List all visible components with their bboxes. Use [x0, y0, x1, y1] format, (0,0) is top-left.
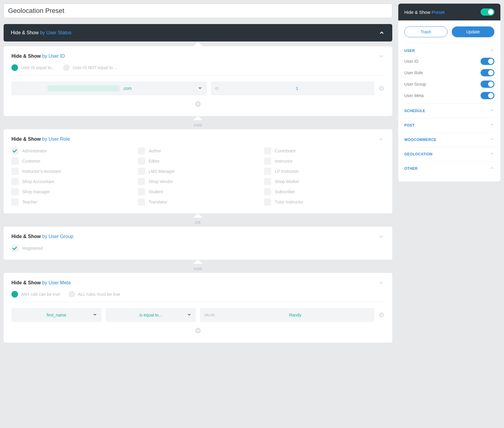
checkbox-role[interactable]: Contributor — [264, 147, 384, 154]
chevron-down-icon[interactable] — [378, 53, 384, 60]
checkbox-box — [11, 245, 19, 252]
checkbox-registered[interactable]: Registered — [11, 245, 384, 252]
chevron-down-icon[interactable] — [378, 280, 384, 286]
chevron-up-icon — [490, 122, 494, 128]
checkbox-box — [264, 157, 271, 165]
sidebar-item-label: User Role — [404, 70, 423, 75]
checkbox-role[interactable]: Instructor — [264, 157, 384, 165]
meta-op-select[interactable]: is equal to... — [106, 308, 196, 322]
chevron-down-icon — [93, 312, 97, 318]
section-geolocation-header[interactable]: GEOLOCATION — [404, 151, 494, 157]
checkbox-label: LMS Manager — [149, 169, 175, 174]
radio-label: ALL rules must be true — [78, 292, 120, 297]
notch-decor — [193, 42, 203, 46]
checkbox-label: Tutor Instructor — [275, 200, 303, 204]
preset-enabled-toggle[interactable] — [481, 8, 494, 16]
add-row-icon[interactable] — [195, 327, 201, 334]
checkbox-role[interactable]: Shop Vendor — [138, 178, 258, 185]
sidebar-user-item: User Meta — [404, 92, 494, 99]
checkbox-role[interactable]: Teacher — [11, 198, 132, 206]
user-status-accordion[interactable]: Hide & Show by User Status — [4, 24, 392, 41]
checkbox-role[interactable]: Instructor's Assistant — [11, 168, 132, 175]
user-meta-card: Hide & Show by User Meta ANY rule can be… — [4, 273, 392, 343]
card-sub: by User ID — [42, 54, 65, 59]
checkbox-role[interactable]: LMS Manager — [138, 168, 258, 175]
sidebar-head-sub: Preset — [432, 10, 445, 15]
checkbox-label: Contributor — [275, 148, 296, 153]
sidebar-panel: Hide & Show Preset Trash Update USER — [398, 4, 500, 182]
section-post-header[interactable]: POST — [404, 122, 494, 128]
checkbox-label: Customer — [22, 159, 41, 164]
accordion-prefix: Hide & Show — [11, 30, 39, 35]
chevron-down-icon — [490, 48, 494, 54]
checkbox-role[interactable]: Student — [138, 188, 258, 195]
checkbox-label: LP Instructor — [275, 169, 299, 174]
meta-key-select[interactable]: first_name — [11, 308, 102, 322]
checkbox-role[interactable]: Tutor Instructor — [264, 198, 384, 206]
radio-all-rules[interactable]: ALL rules must be true — [68, 291, 120, 298]
checkbox-label: Teacher — [22, 200, 37, 204]
radio-label: User IS NOT equal to... — [73, 65, 116, 70]
checkbox-box — [11, 178, 19, 185]
user-select[interactable]: .com — [11, 81, 207, 95]
checkbox-role[interactable]: Translator — [138, 198, 258, 206]
update-button[interactable]: Update — [452, 26, 494, 37]
radio-user-is-equal[interactable]: User IS equal to... — [11, 64, 55, 71]
chevron-down-icon[interactable] — [378, 233, 384, 240]
preset-title-input[interactable] — [4, 4, 392, 18]
checkbox-role[interactable]: Shop manager — [11, 188, 132, 195]
checkbox-label: Student — [149, 189, 163, 194]
checkbox-box — [138, 157, 145, 165]
checkbox-role[interactable]: Editor — [138, 157, 258, 165]
sidebar-item-toggle[interactable] — [481, 58, 494, 65]
section-user-header[interactable]: USER — [404, 48, 494, 54]
id-field[interactable]: ID: 1 — [211, 81, 374, 95]
chevron-down-icon[interactable] — [378, 136, 384, 142]
id-label: ID: — [215, 87, 219, 90]
checkbox-role[interactable]: LP Instructor — [264, 168, 384, 175]
checkbox-label: Author — [149, 148, 161, 153]
meta-value-field[interactable]: VALUE: Randy — [200, 308, 374, 322]
checkbox-role[interactable]: Subscriber — [264, 188, 384, 195]
section-schedule-header[interactable]: SCHEDULE — [404, 108, 494, 114]
checkbox-label: Registered — [22, 246, 43, 251]
checkbox-box — [138, 188, 145, 195]
user-id-card: Hide & Show by User ID User IS equal to.… — [4, 46, 392, 116]
radio-dot-on — [11, 291, 18, 298]
radio-any-rule[interactable]: ANY rule can be true — [11, 291, 60, 298]
checkbox-role[interactable]: Shop Worker — [264, 178, 384, 185]
section-label: WOOCOMMERCE — [404, 138, 436, 142]
checkbox-label: Shop Worker — [275, 179, 299, 184]
connector-and: AND — [194, 123, 202, 127]
user-role-card: Hide & Show by User Role AdministratorAu… — [4, 129, 392, 213]
sidebar-item-toggle[interactable] — [481, 81, 494, 88]
delete-row-icon[interactable] — [378, 312, 384, 318]
section-woocommerce-header[interactable]: WOOCOMMERCE — [404, 137, 494, 142]
sidebar-item-toggle[interactable] — [481, 92, 494, 99]
radio-dot-off — [68, 291, 75, 298]
chevron-up-icon — [378, 29, 385, 36]
checkbox-role[interactable]: Author — [138, 147, 258, 154]
sidebar-user-item: User ID — [404, 58, 494, 65]
sidebar-item-toggle[interactable] — [481, 69, 494, 76]
card-sub: by User Role — [42, 136, 70, 142]
trash-button[interactable]: Trash — [404, 26, 448, 37]
delete-row-icon[interactable] — [378, 85, 384, 91]
card-prefix: Hide & Show — [11, 234, 41, 239]
masked-email — [47, 85, 120, 91]
checkbox-box — [11, 147, 19, 154]
connector-and: AND — [194, 267, 202, 271]
checkbox-box — [11, 188, 19, 195]
section-other-header[interactable]: OTHER — [404, 166, 494, 171]
checkbox-label: Editor — [149, 159, 160, 164]
checkbox-box — [11, 198, 19, 206]
checkbox-role[interactable]: Shop Accountant — [11, 178, 132, 185]
checkbox-label: Instructor's Assistant — [22, 169, 61, 174]
radio-dot-off — [63, 64, 70, 71]
user-group-card: Hide & Show by User Group Registered — [4, 227, 392, 260]
radio-user-is-not-equal[interactable]: User IS NOT equal to... — [63, 64, 116, 71]
checkbox-role[interactable]: Customer — [11, 157, 132, 165]
checkbox-role[interactable]: Administrator — [11, 147, 132, 154]
chevron-up-icon — [490, 108, 494, 114]
add-row-icon[interactable] — [195, 101, 201, 107]
